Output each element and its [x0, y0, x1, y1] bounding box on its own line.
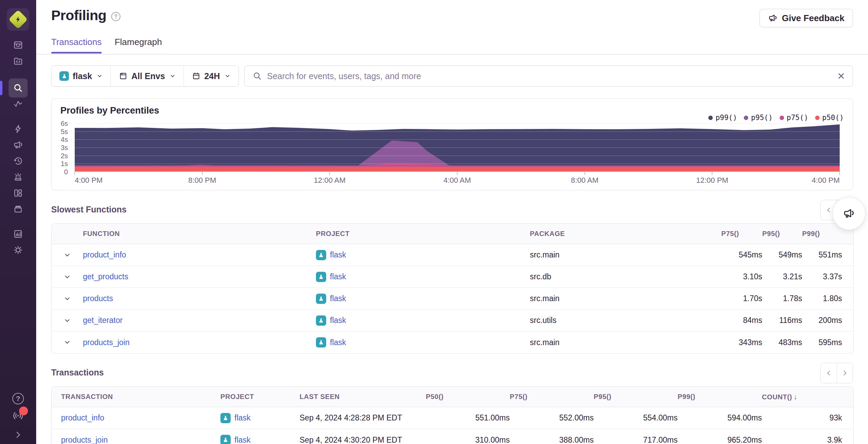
previous-page-button[interactable] [821, 363, 837, 383]
legend-label: p99() [715, 114, 737, 122]
sidebar-item-releases[interactable] [9, 202, 28, 217]
package-cell: src.utils [530, 310, 721, 331]
column-header-transaction[interactable]: TRANSACTION [52, 387, 220, 407]
project-link[interactable]: flask [330, 272, 346, 281]
last-seen-cell: Sep 4, 2024 4:30:20 PM EDT [300, 429, 426, 444]
chevron-down-icon [63, 317, 71, 324]
legend-item-p75[interactable]: p75() [780, 114, 808, 122]
sidebar-item-feedback[interactable] [9, 137, 28, 152]
page-help-icon[interactable]: ? [111, 12, 120, 21]
p95-cell: 549ms [762, 244, 802, 266]
sidebar-item-traces[interactable] [9, 97, 28, 112]
sidebar-collapse-button[interactable] [14, 430, 23, 439]
sidebar-item-settings[interactable] [9, 242, 28, 257]
project-link[interactable]: flask [330, 294, 346, 303]
megaphone-icon [843, 207, 855, 220]
column-header-last-seen[interactable]: LAST SEEN [300, 387, 426, 407]
expand-row-button[interactable] [52, 273, 83, 281]
window-icon [119, 72, 128, 80]
give-feedback-button[interactable]: Give Feedback [760, 9, 853, 27]
legend-label: p95() [751, 114, 772, 122]
project-link[interactable]: flask [330, 338, 346, 347]
help-icon[interactable]: ? [12, 393, 24, 404]
expand-row-button[interactable] [52, 317, 83, 324]
p99-cell: 965.20ms [678, 429, 762, 444]
environment-filter-label: All Envs [131, 71, 165, 81]
x-axis-tick [74, 172, 75, 175]
legend-item-p95[interactable]: p95() [744, 114, 772, 122]
project-link[interactable]: flask [330, 316, 346, 325]
function-link[interactable]: get_products [83, 272, 128, 281]
column-header-p75[interactable]: P75() [510, 387, 594, 407]
slowest-functions-title: Slowest Functions [51, 205, 127, 214]
tab-flamegraph[interactable]: Flamegraph [115, 37, 162, 53]
project-link[interactable]: flask [234, 413, 250, 423]
legend-item-p50[interactable]: p50() [815, 114, 844, 122]
column-header-p99[interactable]: P99() [678, 387, 762, 407]
feedback-fab-button[interactable] [833, 197, 865, 230]
p99-cell: 594.00ms [678, 407, 762, 429]
transaction-link[interactable]: products_join [61, 435, 108, 444]
sidebar-item-projects[interactable] [9, 54, 28, 69]
p75-cell: 84ms [721, 310, 762, 331]
slowest-functions-table: FUNCTION PROJECT PACKAGE P75() P95() P99… [51, 223, 854, 354]
legend-item-p99[interactable]: p99() [708, 114, 737, 122]
flask-icon [61, 73, 68, 79]
sidebar-item-explore[interactable] [9, 78, 28, 98]
project-link[interactable]: flask [330, 250, 346, 260]
flask-project-icon [220, 413, 231, 423]
p99-cell: 3.37s [802, 266, 853, 288]
x-axis-tick [839, 172, 840, 175]
sidebar-item-stats[interactable] [9, 226, 28, 241]
table-row: get_productsflasksrc.db3.10s3.21s3.37s [52, 266, 853, 288]
tab-transactions[interactable]: Transactions [51, 37, 102, 53]
archive-box-icon [13, 204, 23, 214]
lightning-bolt-icon [13, 14, 24, 25]
expand-row-button[interactable] [52, 295, 83, 302]
column-header-project[interactable]: PROJECT [220, 387, 300, 407]
flask-icon [318, 273, 324, 280]
sidebar-item-performance[interactable] [9, 121, 28, 136]
sidebar-item-issues[interactable] [9, 38, 28, 53]
function-link[interactable]: get_iterator [83, 316, 122, 325]
table-row: products_joinflaskSep 4, 2024 4:30:20 PM… [52, 429, 853, 444]
sidebar-item-dashboards[interactable] [9, 186, 28, 201]
search-input[interactable] [267, 71, 853, 81]
percentiles-chart[interactable] [75, 123, 840, 172]
legend-dot [708, 116, 713, 120]
x-axis-tick [329, 172, 330, 175]
transaction-link[interactable]: product_info [61, 413, 104, 422]
next-page-button[interactable] [837, 363, 853, 383]
search-clear-button[interactable]: ✕ [837, 71, 845, 82]
whats-new-button[interactable] [12, 410, 24, 421]
project-link[interactable]: flask [234, 435, 250, 444]
expand-row-button[interactable] [52, 339, 83, 346]
environment-filter[interactable]: All Envs [111, 66, 184, 86]
chevron-down-icon [97, 73, 103, 79]
stats-icon [13, 229, 23, 239]
x-axis-tick [712, 172, 712, 175]
p95-cell: 116ms [762, 310, 802, 331]
legend-label: p75() [787, 114, 808, 122]
x-axis-tick-label: 4:00 AM [444, 176, 471, 185]
profiles-by-percentiles-card: Profiles by Percentiles p99() p95() p75(… [51, 98, 853, 190]
sidebar-item-alerts[interactable] [9, 169, 28, 184]
chart-legend: p99() p95() p75() p50() [708, 114, 844, 122]
expand-row-button[interactable] [52, 251, 83, 259]
column-header-count[interactable]: COUNT()↓ [762, 387, 853, 407]
p75-cell: 552.00ms [510, 407, 594, 429]
column-header-p95: P95() [762, 224, 802, 244]
last-seen-cell: Sep 4, 2024 4:28:28 PM EDT [300, 407, 426, 429]
page-title: Profiling [51, 8, 106, 24]
function-link[interactable]: product_info [83, 250, 126, 259]
column-header-p95[interactable]: P95() [594, 387, 678, 407]
column-header-p50[interactable]: P50() [426, 387, 510, 407]
project-filter[interactable]: flask [52, 66, 111, 86]
p75-cell: 545ms [721, 244, 762, 266]
sidebar-item-replays[interactable] [9, 153, 28, 168]
function-link[interactable]: products_join [83, 338, 130, 347]
function-link[interactable]: products [83, 294, 113, 303]
sentry-org-logo[interactable] [7, 8, 29, 31]
date-range-filter[interactable]: 24H [184, 66, 238, 86]
p99-cell: 1.80s [802, 288, 853, 310]
